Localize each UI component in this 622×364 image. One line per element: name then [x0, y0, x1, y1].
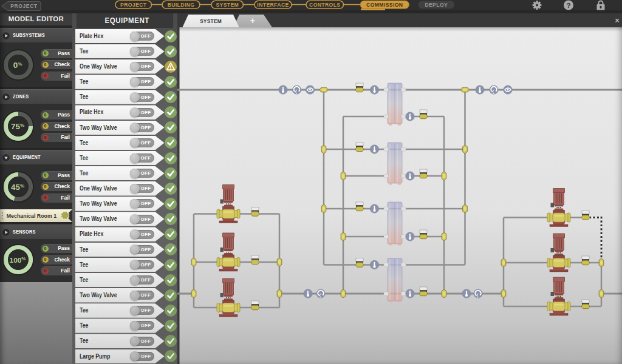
svg-text:BUILDING: BUILDING [168, 2, 195, 8]
svg-text:PROJECT: PROJECT [120, 2, 147, 8]
svg-text:SYSTEM: SYSTEM [216, 2, 239, 8]
svg-text:INTERFACE: INTERFACE [257, 2, 289, 8]
svg-text:COMMISSION: COMMISSION [366, 2, 403, 8]
svg-text:DEPLOY: DEPLOY [425, 2, 448, 8]
svg-text:?: ? [566, 2, 570, 9]
svg-text:PROJECT: PROJECT [10, 3, 38, 9]
svg-text:CONTROLS: CONTROLS [309, 2, 340, 8]
